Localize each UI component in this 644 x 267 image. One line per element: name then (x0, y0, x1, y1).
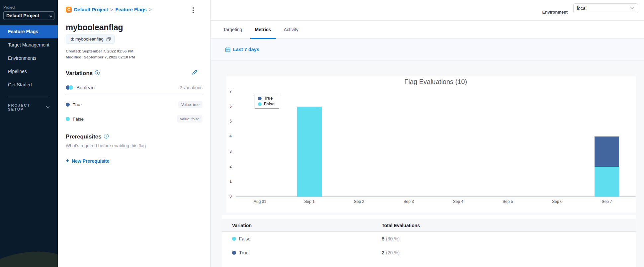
breadcrumb-separator: > (110, 7, 113, 12)
true-row-label: True (239, 250, 248, 255)
main-area: Environment local Targeting Metrics Acti… (211, 0, 644, 267)
filter-strip: Last 7 days (211, 39, 644, 60)
prerequisites-description: What's required before enabling this fla… (66, 143, 202, 148)
false-row-dot (232, 237, 236, 241)
table-row-false: False 8(80.%) (222, 232, 636, 246)
y-axis-tick: 6 (226, 104, 232, 109)
true-row-percent: (20.%) (386, 250, 400, 255)
false-variation-dot (66, 117, 70, 121)
sidebar-item-environments[interactable]: Environments (0, 51, 58, 65)
tab-targeting[interactable]: Targeting (218, 21, 247, 39)
variation-row-true: True Value: true (66, 101, 202, 108)
bar-false-sep-7[interactable] (595, 167, 619, 197)
metrics-content: Flag Evaluations (10) True False 0123456… (211, 60, 644, 267)
project-selector-value: Default Project (6, 13, 39, 18)
new-prerequisite-button[interactable]: + New Prerequisite (66, 158, 110, 164)
variation-row-false: False Value: false (66, 115, 202, 123)
kebab-menu-button[interactable] (190, 7, 197, 14)
boolean-type-icon (66, 85, 73, 90)
true-variation-dot (66, 103, 70, 107)
new-prerequisite-label: New Prerequisite (72, 158, 110, 164)
column-variation: Variation (222, 223, 382, 228)
environment-select[interactable]: local (573, 3, 638, 13)
breadcrumb-feature-flags[interactable]: Feature Flags (116, 7, 147, 12)
app: Project Default Project » Feature Flags … (0, 0, 644, 267)
x-axis-label: Sep 5 (493, 199, 523, 204)
project-setup-label: PROJECT SETUP (8, 103, 46, 111)
flag-title: mybooleanflag (66, 23, 202, 32)
environment-selected-value: local (577, 6, 587, 11)
sidebar-nav: Feature Flags Target Management Environm… (0, 25, 58, 91)
x-axis-label: Sep 6 (542, 199, 572, 204)
breadcrumb-default-project[interactable]: Default Project (74, 7, 108, 12)
variation-count: 2 variations (180, 85, 202, 90)
y-axis-tick: 2 (226, 164, 232, 169)
x-axis-label: Sep 3 (394, 199, 424, 204)
prerequisites-title: Prerequisites (66, 134, 102, 140)
environment-label: Environment (542, 10, 568, 15)
false-row-count: 8 (382, 236, 384, 241)
table-header: Variation Total Evaluations (222, 219, 636, 232)
x-axis-label: Sep 4 (443, 199, 473, 204)
tab-metrics[interactable]: Metrics (250, 21, 276, 39)
variation-type-row: Boolean 2 variations (66, 85, 202, 90)
plus-icon: + (66, 157, 69, 164)
chart-plot: 01234567Aug 31Sep 1Sep 2Sep 3Sep 4Sep 5S… (226, 76, 636, 213)
copy-icon[interactable] (106, 37, 111, 42)
project-setup-toggle[interactable]: PROJECT SETUP (8, 103, 50, 111)
y-axis-tick: 0 (226, 194, 232, 199)
false-row-label: False (239, 236, 250, 241)
breadcrumb-separator: > (149, 7, 152, 12)
true-variation-value: Value: true (178, 101, 202, 108)
false-row-percent: (80.%) (386, 236, 400, 241)
created-date: Created: September 7, 2022 01:56 PM (66, 49, 202, 53)
bar-true-sep-7[interactable] (595, 136, 619, 166)
chevron-down-icon (630, 7, 634, 10)
true-variation-name: True (73, 102, 82, 107)
sidebar: Project Default Project » Feature Flags … (0, 0, 58, 267)
tab-activity[interactable]: Activity (279, 21, 303, 39)
flag-detail-panel: Default Project > Feature Flags > mybool… (58, 0, 211, 267)
sidebar-item-pipelines[interactable]: Pipelines (0, 65, 58, 78)
false-variation-value: Value: false (177, 115, 202, 123)
x-axis-label: Sep 1 (294, 199, 324, 204)
column-total-evaluations: Total Evaluations (382, 223, 420, 228)
sidebar-divider (7, 96, 50, 96)
feature-flags-module-icon (66, 7, 72, 13)
false-variation-name: False (73, 117, 84, 122)
modified-date: Modified: September 7, 2022 02:10 PM (66, 55, 202, 59)
y-axis-tick: 5 (226, 119, 232, 124)
variations-title: Variations (66, 70, 93, 77)
corner-decoration (0, 248, 58, 267)
x-axis-label: Aug 31 (245, 199, 275, 204)
breadcrumb: Default Project > Feature Flags > (66, 7, 202, 13)
sidebar-item-feature-flags[interactable]: Feature Flags (0, 25, 58, 38)
tabs: Targeting Metrics Activity (211, 21, 644, 39)
edit-variations-button[interactable] (192, 69, 197, 76)
y-axis-tick: 3 (226, 149, 232, 154)
flag-id-text: Id: mybooleanflag (69, 37, 104, 42)
x-axis-line (236, 196, 636, 197)
evaluations-table: Variation Total Evaluations False 8(80.%… (222, 215, 636, 267)
flag-id-chip: Id: mybooleanflag (66, 35, 115, 44)
sidebar-item-get-started[interactable]: Get Started (0, 78, 58, 91)
x-axis-label: Sep 7 (592, 199, 622, 204)
date-range-label: Last 7 days (233, 47, 259, 52)
info-icon: i (95, 70, 100, 75)
info-icon: i (104, 134, 109, 138)
chevron-down-icon (46, 106, 50, 109)
double-chevron-icon: » (49, 13, 51, 19)
y-axis-tick: 4 (226, 134, 232, 138)
date-range-button[interactable]: Last 7 days (225, 47, 259, 52)
sidebar-item-target-management[interactable]: Target Management (0, 38, 58, 51)
project-selector[interactable]: Default Project » (3, 11, 54, 20)
variations-divider (66, 94, 202, 94)
topbar: Environment local (211, 0, 644, 21)
bar-false-sep-1[interactable] (297, 107, 322, 197)
calendar-icon (225, 47, 230, 52)
project-label: Project (3, 5, 58, 9)
true-row-count: 2 (382, 250, 384, 255)
flag-evaluations-chart: Flag Evaluations (10) True False 0123456… (226, 76, 636, 213)
true-row-dot (232, 251, 236, 255)
table-row-true: True 2(20.%) (222, 246, 636, 260)
